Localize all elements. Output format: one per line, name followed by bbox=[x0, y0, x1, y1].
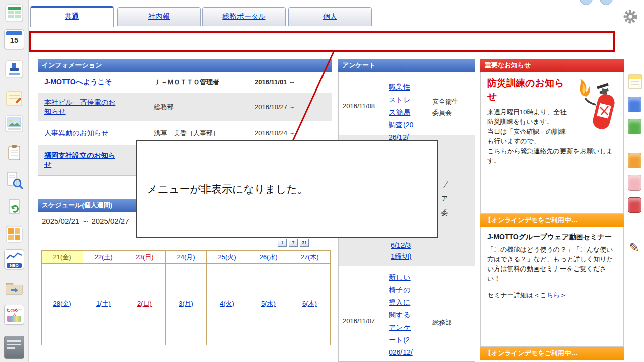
seminar-headline: J-MOTTOグループウェア動画セミナー bbox=[487, 232, 618, 242]
schedule-day-cell[interactable] bbox=[248, 310, 289, 345]
schedule-day-link[interactable]: 26(水) bbox=[248, 251, 289, 264]
folder-icon[interactable] bbox=[4, 278, 24, 298]
shortcut-pink-icon[interactable] bbox=[628, 175, 641, 191]
neo-chart-icon[interactable]: NEO bbox=[4, 249, 24, 269]
schedule-day-cell[interactable] bbox=[289, 264, 331, 297]
cropped-toolbar-icon[interactable] bbox=[580, 0, 593, 5]
gear-icon[interactable] bbox=[623, 9, 638, 24]
portal-page: 15 NEO bbox=[0, 0, 644, 362]
shortcut-red-icon[interactable] bbox=[628, 197, 641, 213]
tab-personal[interactable]: 個人 bbox=[288, 7, 372, 26]
schedule-day-cell[interactable] bbox=[207, 264, 248, 297]
cabinet-icon[interactable] bbox=[4, 224, 24, 244]
cropped-toolbar-icon[interactable] bbox=[600, 0, 613, 5]
schedule-day-cell[interactable] bbox=[207, 310, 248, 345]
seminar-detail-prefix: セミナー詳細は＜ bbox=[487, 291, 540, 299]
memo-icon[interactable] bbox=[4, 88, 24, 109]
schedule-date-range: 2025/02/21 ～ 2025/02/27 bbox=[42, 217, 129, 226]
schedule-day-link[interactable]: 22(土) bbox=[83, 251, 124, 264]
important-notice-panel: 重要なお知らせ 防災訓練のお知らせ 来週月曜日10時より、全社防災訓練を行います… bbox=[480, 59, 624, 214]
schedule-title-link[interactable]: スケジュール(個人週間) bbox=[42, 201, 112, 209]
schedule-day-link[interactable]: 27(木) bbox=[289, 251, 331, 264]
tab-general-portal-label: 総務ポータル bbox=[223, 12, 266, 20]
fire-extinguisher-image bbox=[572, 77, 618, 133]
schedule-day-link[interactable]: 6(木) bbox=[289, 297, 331, 310]
portal-grid-icon[interactable] bbox=[4, 3, 24, 23]
information-title-link[interactable]: インフォメーション bbox=[42, 61, 102, 69]
survey-title-fragment[interactable]: 1締切) bbox=[391, 251, 416, 262]
seminar-detail-link[interactable]: こちら bbox=[540, 291, 560, 299]
schedule-day-cell[interactable] bbox=[83, 310, 124, 345]
important-notice-header: 重要なお知らせ bbox=[480, 59, 624, 72]
annotation-callout: メニューが非表示になりました。 bbox=[136, 140, 438, 238]
tab-common[interactable]: 共通 bbox=[30, 6, 114, 27]
schedule-day-link[interactable]: 3(月) bbox=[166, 297, 207, 310]
survey-org-fragment: プア委 bbox=[441, 177, 450, 220]
schedule-day-link[interactable]: 2(日) bbox=[124, 297, 166, 310]
schedule-day-cell[interactable] bbox=[42, 310, 83, 345]
schedule-day-cell[interactable] bbox=[166, 310, 207, 345]
survey-title-link[interactable]: 職業性ストレス簡易調査(2026/12/ bbox=[389, 81, 414, 144]
online-demo-2-header: 【オンラインデモをご利用中… bbox=[480, 347, 624, 360]
notice-text: こちらから緊急連絡先の更新をお願いします。 bbox=[487, 146, 618, 165]
survey-title-link[interactable]: アンケート bbox=[342, 61, 375, 69]
online-demo-panel: 【オンラインデモをご利用中… J-MOTTOグループウェア動画セミナー 「この機… bbox=[480, 214, 624, 347]
view-month-button[interactable]: 31 bbox=[300, 239, 309, 247]
schedule-day-link[interactable]: 4(火) bbox=[207, 297, 248, 310]
emergency-contact-link[interactable]: こちら bbox=[487, 147, 507, 155]
schedule-day-link[interactable]: 5(水) bbox=[248, 297, 289, 310]
tab-company-news[interactable]: 社内報 bbox=[117, 7, 201, 26]
callout-message: メニューが非表示になりました。 bbox=[147, 182, 308, 196]
schedule-day-cell[interactable] bbox=[83, 264, 124, 297]
info-title-link[interactable]: 人事異動のお知らせ bbox=[44, 129, 121, 138]
online-demo-body: J-MOTTOグループウェア動画セミナー 「この機能はどう使うの？」「こんな使い… bbox=[480, 227, 624, 347]
shortcut-green-icon[interactable] bbox=[628, 119, 641, 134]
info-title-link[interactable]: 福岡支社設立のお知らせ bbox=[44, 151, 121, 169]
seminar-detail-suffix: ＞ bbox=[560, 291, 567, 299]
schedule-day-cell[interactable] bbox=[124, 264, 166, 297]
schedule-day-link[interactable]: 23(日) bbox=[124, 251, 166, 264]
shortcut-blue-icon[interactable] bbox=[628, 97, 641, 112]
schedule-day-cell[interactable] bbox=[248, 264, 289, 297]
seminar-detail: セミナー詳細は＜こちら＞ bbox=[487, 290, 618, 300]
workflow-stamp-icon[interactable] bbox=[4, 59, 24, 79]
schedule-day-cell[interactable] bbox=[42, 264, 83, 297]
info-date: 2016/11/01 ～ bbox=[255, 78, 328, 87]
clipboard-icon[interactable] bbox=[4, 143, 24, 163]
info-row: 本社ビル一斉停電のお知らせ 総務部 2016/10/27 ～ bbox=[38, 93, 332, 121]
tab-common-label: 共通 bbox=[65, 12, 79, 20]
tab-general-portal[interactable]: 総務ポータル bbox=[202, 7, 286, 26]
info-title-link[interactable]: J-MOTTOへようこそ bbox=[44, 78, 121, 87]
survey-title-fragment[interactable]: 6/12/3 bbox=[391, 240, 416, 251]
survey-panel-header: アンケート bbox=[338, 59, 475, 72]
document-recycle-icon[interactable] bbox=[4, 197, 24, 217]
bulletin-board-icon[interactable] bbox=[4, 114, 24, 134]
schedule-day-cell[interactable] bbox=[124, 310, 166, 345]
document-search-icon[interactable] bbox=[4, 170, 24, 190]
schedule-day-cell[interactable] bbox=[166, 264, 207, 297]
tanomail-ad-icon[interactable]: たのめーる bbox=[4, 305, 24, 325]
online-demo-2-title: 【オンラインデモをご利用中… bbox=[485, 349, 578, 357]
app-sidebar: 15 NEO bbox=[0, 0, 29, 362]
view-day-button[interactable]: 1 bbox=[278, 239, 287, 247]
survey-title-link[interactable]: 新しい椅子の導入に関するアンケート(2026/12/21締切) bbox=[389, 271, 413, 362]
online-demo-panel-2: 【オンラインデモをご利用中… bbox=[480, 347, 624, 360]
schedule-day-link[interactable]: 21(金) bbox=[42, 251, 83, 264]
online-demo-title: 【オンラインデモをご利用中… bbox=[485, 216, 578, 224]
schedule-day-link[interactable]: 1(土) bbox=[83, 297, 124, 310]
schedule-day-link[interactable]: 24(月) bbox=[166, 251, 207, 264]
shortcut-orange-icon[interactable] bbox=[628, 153, 641, 168]
survey-org: 総務部 bbox=[432, 317, 458, 328]
survey-date: 2016/11/08 bbox=[343, 102, 375, 110]
schedule-day-cell[interactable] bbox=[289, 310, 331, 345]
schedule-day-link[interactable]: 28(金) bbox=[42, 297, 83, 310]
view-week-button[interactable]: 7 bbox=[289, 239, 298, 247]
calendar-icon[interactable]: 15 bbox=[4, 29, 24, 49]
pencil-icon[interactable]: ✎ bbox=[629, 240, 639, 255]
ad-thumbnail-icon[interactable] bbox=[4, 336, 24, 356]
sticky-note-icon[interactable] bbox=[628, 73, 642, 91]
info-row: J-MOTTOへようこそ Ｊ－ＭＯＴＴＯ管理者 2016/11/01 ～ bbox=[38, 72, 332, 93]
schedule-day-link[interactable]: 25(火) bbox=[207, 251, 248, 264]
survey-date: 2016/11/07 bbox=[343, 317, 375, 325]
info-title-link[interactable]: 本社ビル一斉停電のお知らせ bbox=[44, 98, 121, 116]
